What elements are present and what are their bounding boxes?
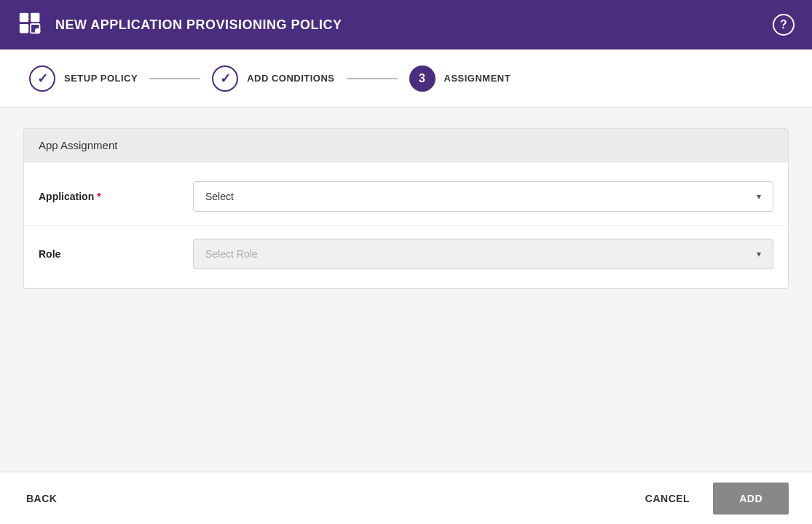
step-1-circle: ✓ [29,66,55,92]
card-body: Application * Select ▾ Role Select R [24,162,788,288]
help-button[interactable]: ? [773,14,795,36]
page-title: NEW APPLICATION PROVISIONING POLICY [55,17,342,33]
main-content: App Assignment Application * Select ▾ R [0,108,812,472]
role-control: Select Role ▾ [193,239,773,269]
cancel-button[interactable]: CANCEL [634,485,701,512]
footer: BACK CANCEL ADD [0,472,812,524]
step-3-circle: 3 [409,66,435,92]
step-3-label: ASSIGNMENT [444,73,511,84]
role-row: Role Select Role ▾ [24,226,788,282]
required-star: * [97,191,100,202]
step-3-number: 3 [419,72,425,85]
role-caret-icon: ▾ [757,249,761,259]
app-header: NEW APPLICATION PROVISIONING POLICY ? [0,0,812,49]
back-button[interactable]: BACK [23,485,60,512]
application-select[interactable]: Select ▾ [193,181,773,212]
step-connector-2 [347,78,398,79]
svg-point-4 [35,28,41,34]
step-2-label: ADD CONDITIONS [247,73,334,84]
role-label: Role [39,248,184,260]
footer-right: CANCEL ADD [634,483,789,515]
app-grid-icon [17,11,45,39]
role-select[interactable]: Select Role ▾ [193,239,773,269]
role-select-text: Select Role [205,248,258,260]
svg-rect-2 [20,24,28,33]
stepper: ✓ SETUP POLICY ✓ ADD CONDITIONS 3 ASSIGN… [29,66,511,92]
application-row: Application * Select ▾ [24,168,788,226]
application-control: Select ▾ [193,181,773,212]
step-assignment: 3 ASSIGNMENT [409,66,511,92]
step-connector-1 [149,78,200,79]
app-assignment-card: App Assignment Application * Select ▾ R [23,128,789,289]
step-add-conditions: ✓ ADD CONDITIONS [212,66,334,92]
application-caret-icon: ▾ [757,191,761,202]
step-2-checkmark: ✓ [220,71,231,87]
step-1-checkmark: ✓ [37,71,48,87]
application-label: Application * [39,191,184,202]
step-1-label: SETUP POLICY [64,73,138,84]
card-header: App Assignment [24,129,788,162]
svg-rect-0 [20,13,28,22]
step-setup-policy: ✓ SETUP POLICY [29,66,138,92]
header-left: NEW APPLICATION PROVISIONING POLICY [17,11,342,39]
stepper-bar: ✓ SETUP POLICY ✓ ADD CONDITIONS 3 ASSIGN… [0,49,812,108]
add-button[interactable]: ADD [713,483,789,515]
svg-rect-1 [31,13,39,22]
step-2-circle: ✓ [212,66,238,92]
application-select-text: Select [205,191,234,202]
